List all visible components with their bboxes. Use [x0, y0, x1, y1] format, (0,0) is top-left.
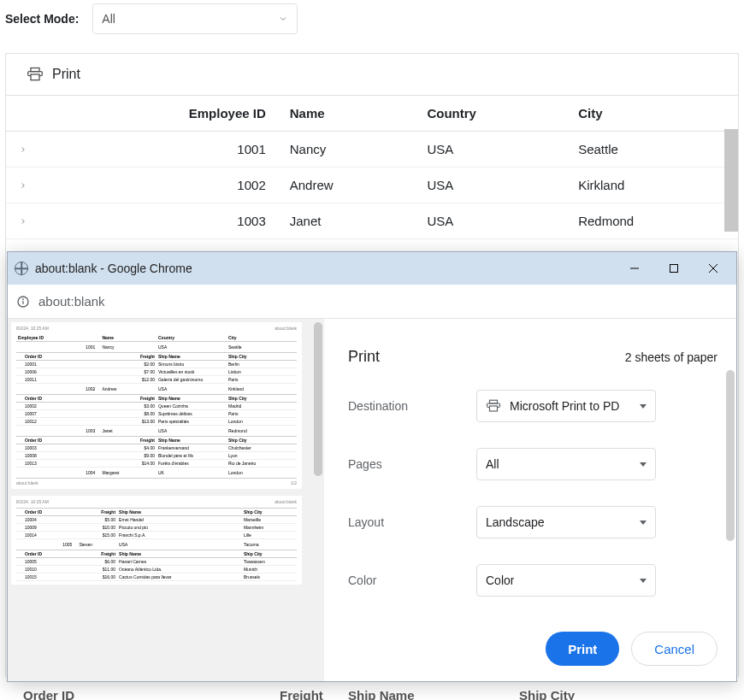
printer-icon: [486, 398, 501, 414]
address-text: about:blank: [38, 294, 105, 309]
mode-select[interactable]: All: [92, 3, 298, 34]
chevron-down-icon: [640, 579, 647, 583]
window-titlebar: about:blank - Google Chrome: [8, 252, 736, 285]
label-color: Color: [348, 574, 476, 587]
expand-toggle[interactable]: [6, 203, 40, 239]
preview-scrollbar[interactable]: [314, 322, 322, 476]
chevron-down-icon: [640, 462, 647, 467]
label-pages: Pages: [348, 457, 476, 471]
chevron-down-icon: [278, 14, 288, 24]
sheets-count: 2 sheets of paper: [625, 350, 717, 364]
print-settings: Print 2 sheets of paper Destination Micr…: [324, 319, 736, 681]
maximize-button[interactable]: [654, 256, 694, 281]
info-icon: [16, 295, 30, 309]
cancel-button[interactable]: Cancel: [631, 632, 717, 666]
print-preview[interactable]: 8/2/24, 10:25 AMabout:blank Employee ID …: [8, 319, 324, 681]
globe-icon: [15, 262, 28, 275]
label-destination: Destination: [348, 399, 476, 413]
address-bar: about:blank: [8, 285, 736, 319]
minimize-button[interactable]: [615, 256, 654, 281]
svg-rect-1: [31, 74, 39, 80]
grid-toolbar: Print: [6, 54, 738, 96]
window-title: about:blank - Google Chrome: [35, 262, 192, 275]
mode-label: Select Mode:: [5, 12, 79, 26]
svg-rect-3: [670, 265, 678, 273]
close-button[interactable]: [694, 256, 733, 281]
expand-toggle[interactable]: [6, 168, 40, 203]
print-link[interactable]: Print: [52, 67, 80, 82]
printer-icon: [27, 66, 44, 83]
svg-point-8: [23, 299, 24, 300]
mode-value: All: [102, 12, 115, 26]
chevron-down-icon: [640, 521, 647, 525]
pages-select[interactable]: All: [476, 448, 656, 480]
table-row[interactable]: 1001 Nancy USA Seattle: [6, 132, 738, 168]
svg-rect-10: [490, 406, 498, 411]
table-row[interactable]: 1002 Andrew USA Kirkland: [6, 168, 738, 203]
chrome-print-window: about:blank - Google Chrome about:blank …: [7, 251, 737, 682]
print-button[interactable]: Print: [546, 632, 619, 666]
chevron-down-icon: [640, 404, 647, 409]
employee-grid: Employee ID Name Country City 1001 Nancy…: [6, 96, 738, 239]
col-country[interactable]: Country: [420, 96, 571, 132]
child-grid-header: Order ID Freight Ship Name Ship City: [23, 688, 721, 700]
color-select[interactable]: Color: [476, 564, 656, 597]
settings-scrollbar[interactable]: [726, 370, 735, 541]
table-row[interactable]: 1003 Janet USA Redmond: [6, 203, 738, 239]
expand-toggle[interactable]: [6, 132, 40, 168]
layout-select[interactable]: Landscape: [476, 506, 656, 538]
grid-scrollbar[interactable]: [724, 129, 738, 232]
preview-page: 8/2/24, 10:25 AMabout:blank Order IDFrei…: [11, 496, 302, 585]
print-title: Print: [348, 348, 380, 366]
col-name[interactable]: Name: [283, 96, 421, 132]
label-layout: Layout: [348, 515, 476, 529]
preview-page: 8/2/24, 10:25 AMabout:blank Employee ID …: [11, 322, 302, 489]
col-city[interactable]: City: [571, 96, 738, 132]
col-empid[interactable]: Employee ID: [40, 96, 283, 132]
destination-select[interactable]: Microsoft Print to PD: [476, 390, 656, 422]
